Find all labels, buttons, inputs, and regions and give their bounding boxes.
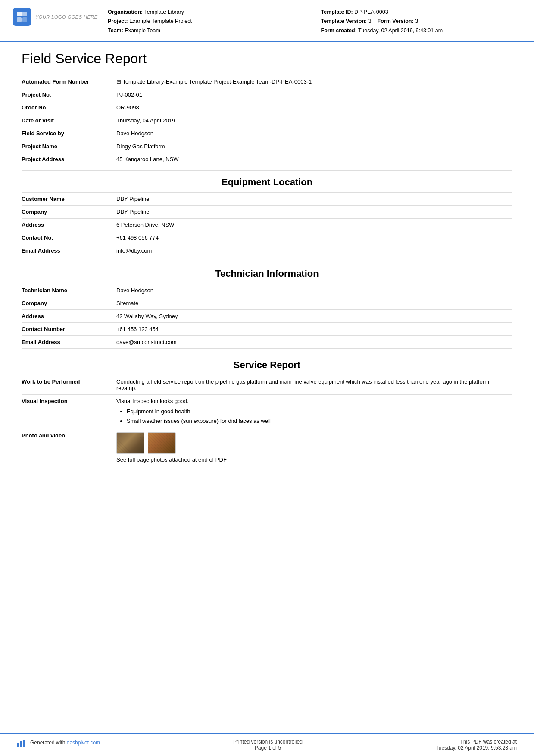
- page-title: Field Service Report: [22, 51, 512, 67]
- dashpivot-link[interactable]: dashpivot.com: [67, 740, 100, 746]
- template-id-value: DP-PEA-0003: [354, 9, 388, 15]
- field-value: Thursday, 04 April 2019: [108, 114, 512, 127]
- footer-left: Generated with dashpivot.com: [17, 739, 100, 747]
- field-label: Visual Inspection: [22, 394, 108, 429]
- service-report-table: Work to be Performed Conducting a field …: [22, 375, 512, 466]
- field-label: Project No.: [22, 88, 108, 101]
- table-row: Work to be Performed Conducting a field …: [22, 375, 512, 395]
- dashpivot-logo-icon: [17, 739, 27, 747]
- table-row: Field Service by Dave Hodgson: [22, 127, 512, 140]
- field-label: Address: [22, 309, 108, 322]
- table-row: Visual Inspection Visual inspection look…: [22, 394, 512, 429]
- project-value: Example Template Project: [129, 18, 192, 24]
- field-value: Sitemate: [108, 297, 512, 309]
- field-value: Visual inspection looks good. Equipment …: [108, 394, 512, 429]
- field-value: +61 498 056 774: [108, 231, 512, 244]
- team-line: Team: Example Team: [108, 26, 304, 35]
- photo-caption: See full page photos attached at end of …: [116, 456, 227, 463]
- field-value: See full page photos attached at end of …: [108, 429, 512, 466]
- table-row: Order No. OR-9098: [22, 101, 512, 114]
- field-value: dave@smconstruct.com: [108, 335, 512, 348]
- footer: Generated with dashpivot.com Printed ver…: [0, 733, 534, 756]
- field-label: Order No.: [22, 101, 108, 114]
- technician-info-heading: Technician Information: [22, 262, 512, 284]
- header-meta: Organisation: Template Library Project: …: [108, 8, 517, 35]
- field-value: Dave Hodgson: [108, 127, 512, 140]
- template-version-label: Template Version:: [321, 18, 367, 24]
- field-value: info@dby.com: [108, 244, 512, 257]
- field-value: Conducting a field service report on the…: [108, 375, 512, 395]
- form-created-value: Tuesday, 02 April 2019, 9:43:01 am: [358, 28, 443, 34]
- table-row: Contact Number +61 456 123 454: [22, 322, 512, 335]
- field-label: Automated Form Number: [22, 75, 108, 88]
- field-value: 42 Wallaby Way, Sydney: [108, 309, 512, 322]
- team-label: Team:: [108, 28, 123, 34]
- template-id-label: Template ID:: [321, 9, 353, 15]
- header-meta-left: Organisation: Template Library Project: …: [108, 8, 304, 35]
- table-row: Address 6 Peterson Drive, NSW: [22, 218, 512, 231]
- field-label: Company: [22, 205, 108, 218]
- footer-generated-text: Generated with dashpivot.com: [30, 740, 100, 746]
- header: YOUR LOGO GOES HERE Organisation: Templa…: [0, 0, 534, 42]
- field-label: Email Address: [22, 244, 108, 257]
- field-label: Field Service by: [22, 127, 108, 140]
- field-value: +61 456 123 454: [108, 322, 512, 335]
- table-row: Photo and video See full page photos att…: [22, 429, 512, 466]
- field-label: Technician Name: [22, 284, 108, 297]
- page-of-text: Page 1 of 5: [233, 745, 303, 751]
- photo-thumbnail-2: [148, 432, 176, 454]
- field-value: Dave Hodgson: [108, 284, 512, 297]
- table-row: Automated Form Number ⊟ Template Library…: [22, 75, 512, 88]
- logo-area: YOUR LOGO GOES HERE: [13, 8, 99, 26]
- table-row: Contact No. +61 498 056 774: [22, 231, 512, 244]
- equipment-location-heading: Equipment Location: [22, 170, 512, 193]
- version-line: Template Version: 3 Form Version: 3: [321, 17, 517, 26]
- visual-inspection-intro: Visual inspection looks good.: [116, 398, 188, 404]
- table-row: Technician Name Dave Hodgson: [22, 284, 512, 297]
- project-label: Project:: [108, 18, 128, 24]
- photo-container: [116, 432, 508, 454]
- pdf-created-date: Tuesday, 02 April 2019, 9:53:23 am: [436, 745, 517, 751]
- field-value: DBY Pipeline: [108, 205, 512, 218]
- field-label: Project Address: [22, 153, 108, 166]
- field-label: Photo and video: [22, 429, 108, 466]
- printed-version-text: Printed version is uncontrolled: [233, 739, 303, 745]
- organisation-value: Template Library: [144, 9, 184, 15]
- organisation-label: Organisation:: [108, 9, 143, 15]
- list-item: Equipment in good health: [127, 407, 508, 416]
- field-value: Dingy Gas Platform: [108, 140, 512, 153]
- service-report-heading: Service Report: [22, 353, 512, 375]
- field-label: Address: [22, 218, 108, 231]
- table-row: Project Address 45 Kangaroo Lane, NSW: [22, 153, 512, 166]
- svg-rect-1: [22, 12, 27, 16]
- table-row: Email Address dave@smconstruct.com: [22, 335, 512, 348]
- template-version-value: 3: [368, 18, 372, 24]
- field-value: PJ-002-01: [108, 88, 512, 101]
- field-label: Work to be Performed: [22, 375, 108, 395]
- logo-icon: [13, 8, 31, 26]
- table-row: Date of Visit Thursday, 04 April 2019: [22, 114, 512, 127]
- logo-text: YOUR LOGO GOES HERE: [35, 14, 98, 19]
- svg-rect-0: [17, 12, 22, 16]
- table-row: Company DBY Pipeline: [22, 205, 512, 218]
- table-row: Email Address info@dby.com: [22, 244, 512, 257]
- field-label: Customer Name: [22, 193, 108, 206]
- header-meta-right: Template ID: DP-PEA-0003 Template Versio…: [321, 8, 517, 35]
- table-row: Address 42 Wallaby Way, Sydney: [22, 309, 512, 322]
- svg-rect-2: [17, 17, 22, 22]
- field-label: Project Name: [22, 140, 108, 153]
- form-fields-table: Automated Form Number ⊟ Template Library…: [22, 75, 512, 166]
- svg-rect-3: [22, 17, 27, 22]
- table-row: Project No. PJ-002-01: [22, 88, 512, 101]
- footer-right: This PDF was created at Tuesday, 02 Apri…: [436, 739, 517, 751]
- template-id-line: Template ID: DP-PEA-0003: [321, 8, 517, 17]
- form-version-label: Form Version:: [378, 18, 414, 24]
- photo-thumbnail-1: [116, 432, 144, 454]
- table-row: Customer Name DBY Pipeline: [22, 193, 512, 206]
- visual-inspection-list: Equipment in good health Small weather i…: [116, 407, 508, 426]
- field-label: Contact No.: [22, 231, 108, 244]
- svg-rect-5: [20, 741, 22, 747]
- table-row: Company Sitemate: [22, 297, 512, 309]
- field-value: ⊟ Template Library-Example Template Proj…: [108, 75, 512, 88]
- page: YOUR LOGO GOES HERE Organisation: Templa…: [0, 0, 534, 756]
